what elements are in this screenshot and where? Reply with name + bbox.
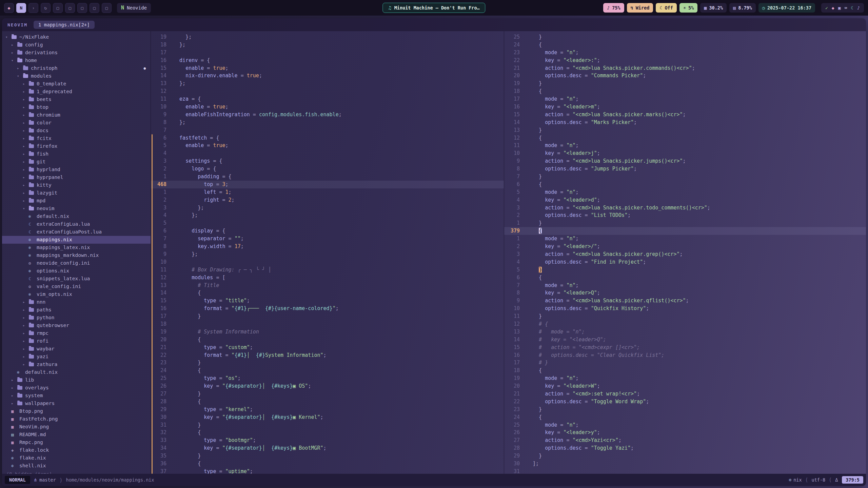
editor-line[interactable]: 27 action = "<cmd>Yazi<cr>";: [504, 436, 866, 444]
editor-line[interactable]: 18 {: [504, 367, 866, 374]
editor-line[interactable]: 2 logo = {: [151, 165, 504, 173]
editor-line[interactable]: 2 right = 2;: [151, 196, 504, 204]
editor-pane-left[interactable]: 19 };18 };17 16 direnv = {15 enable = tr…: [151, 31, 504, 474]
tree-item[interactable]: ▸git: [2, 158, 151, 166]
tree-item[interactable]: ▸config: [2, 41, 151, 49]
music-player-chip[interactable]: ♫ Minuit Machine – Don't Run Fro…: [382, 3, 485, 13]
tree-item[interactable]: ▾home: [2, 57, 151, 64]
editor-line[interactable]: 26 key = "{#separator}│ {#keys}▣ OS";: [151, 382, 504, 390]
editor-line[interactable]: 21 action = "<cmd>:set wrap!<cr>";: [504, 390, 866, 398]
editor-line[interactable]: 16 direnv = {: [151, 57, 504, 64]
notifications-module[interactable]: ☾Off: [656, 3, 677, 13]
editor-line[interactable]: 36 {: [151, 460, 504, 468]
editor-line[interactable]: 12 modules = [: [151, 274, 504, 282]
tree-item[interactable]: ▸beets: [2, 96, 151, 103]
editor-line[interactable]: 19 # System Information: [151, 328, 504, 336]
editor-line[interactable]: 23 mode = "n";: [504, 49, 866, 57]
editor-line[interactable]: 22 key = "<leader>:";: [504, 57, 866, 64]
tree-item[interactable]: ▸chromium: [2, 111, 151, 119]
tree-item[interactable]: FastFetch.png: [2, 415, 151, 423]
tree-item[interactable]: ▾~/NixFlake: [2, 33, 151, 41]
editor-line[interactable]: 23 }: [504, 406, 866, 413]
tree-item[interactable]: ▸system: [2, 392, 151, 400]
editor-line[interactable]: 16 # options.desc = "Clear Quickfix List…: [504, 351, 866, 359]
editor-line[interactable]: 6 fastfetch = {: [151, 134, 504, 142]
tree-item[interactable]: extraConfigLua.lua: [2, 220, 151, 228]
tree-item[interactable]: flake.nix: [2, 454, 151, 462]
editor-line[interactable]: 16 format = "{#1}╭─── {#}{user-name-colo…: [151, 305, 504, 312]
editor-line[interactable]: 25 type = "os";: [151, 374, 504, 382]
editor-line[interactable]: 4 };: [151, 211, 504, 219]
editor-line[interactable]: 25 }: [504, 33, 866, 41]
editor-line[interactable]: 19 }: [504, 80, 866, 87]
tree-item[interactable]: shell.nix: [2, 462, 151, 470]
tree-item[interactable]: ▸hyprpanel: [2, 174, 151, 181]
workspace-7[interactable]: ▢: [77, 3, 87, 13]
editor-line[interactable]: 30 key = "{#separator}│ {#keys}▣ Kernel"…: [151, 413, 504, 421]
tree-item[interactable]: ▸paths: [2, 306, 151, 314]
editor-line[interactable]: 10: [151, 258, 504, 266]
editor-line[interactable]: 8 options.desc = "Jumps Picker";: [504, 165, 866, 173]
workspace-9[interactable]: ▢: [102, 3, 112, 13]
tree-item[interactable]: neovide_config.ini: [2, 259, 151, 267]
editor-line[interactable]: 10 options.desc = "Quickfix History";: [504, 305, 866, 312]
editor-line[interactable]: 35 }: [151, 452, 504, 460]
editor-line[interactable]: 12 # {: [504, 320, 866, 328]
editor-line[interactable]: 22 options.desc = "Toggle Word Wrap";: [504, 398, 866, 406]
network-module[interactable]: ↯Wired: [627, 3, 653, 13]
tree-item[interactable]: ▾modules: [2, 72, 151, 80]
editor-line[interactable]: 9 };: [151, 250, 504, 258]
editor-line[interactable]: 37 type = "uptime";: [151, 468, 504, 474]
editor-line[interactable]: 18 };: [151, 41, 504, 49]
editor-line[interactable]: 11 }: [504, 312, 866, 320]
tree-item[interactable]: snippets_latex.lua: [2, 275, 151, 283]
tree-item[interactable]: ▸nnn: [2, 298, 151, 306]
editor-line[interactable]: 8 key.width = 17;: [151, 243, 504, 250]
status-check-icon[interactable]: ✓: [825, 5, 828, 11]
tree-item[interactable]: flake.lock: [2, 446, 151, 454]
editor-line[interactable]: 28 options.desc = "Toggle Yazi";: [504, 444, 866, 452]
tree-item[interactable]: Btop.png: [2, 407, 151, 415]
editor-line[interactable]: 11 mode = "n";: [504, 142, 866, 149]
window-icon[interactable]: ▣: [838, 5, 841, 11]
tree-item[interactable]: ▸lib: [2, 376, 151, 384]
workspace-2-active[interactable]: N: [16, 3, 26, 13]
notification-bell-icon[interactable]: ♪: [857, 5, 860, 11]
editor-line[interactable]: 9 action = "<cmd>lua Snacks.picker.jumps…: [504, 157, 866, 165]
tree-item[interactable]: ▸docs: [2, 127, 151, 135]
editor-line[interactable]: 7 separator = "";: [151, 235, 504, 243]
editor-line[interactable]: 3 action = "<cmd>lua Snacks.picker.todo_…: [504, 204, 866, 212]
workspace-6[interactable]: ▢: [65, 3, 75, 13]
tree-item[interactable]: ▸wallpapers: [2, 400, 151, 407]
editor-line[interactable]: 4: [151, 149, 504, 157]
editor-line[interactable]: 19 };: [151, 33, 504, 41]
editor-line[interactable]: 17 mode = "n";: [504, 95, 866, 103]
tree-item[interactable]: ▾neovim: [2, 205, 151, 212]
editor-line[interactable]: 7: [151, 126, 504, 134]
neovide-window-chip[interactable]: N Neovide: [117, 3, 151, 13]
editor-line[interactable]: 30 ];: [504, 460, 866, 468]
tree-item[interactable]: ▸kitty: [2, 181, 151, 189]
editor-line[interactable]: 19 mode = "n";: [504, 374, 866, 382]
editor-line[interactable]: 10 enable = true;: [151, 103, 504, 111]
editor-line[interactable]: 9 enableFishIntegration = config.modules…: [151, 111, 504, 119]
editor-line[interactable]: 379 {: [504, 227, 866, 235]
editor-line[interactable]: 5 enable = true;: [151, 142, 504, 149]
editor-line[interactable]: 1 mode = "n";: [504, 235, 866, 243]
workspace-4[interactable]: ↻: [41, 3, 51, 13]
editor-line[interactable]: 13 }: [504, 126, 866, 134]
battery-module[interactable]: ☀5%: [679, 3, 697, 13]
tree-item[interactable]: ▸0_template: [2, 80, 151, 88]
editor-line[interactable]: 33 type = "bootmgr";: [151, 436, 504, 444]
workspace-3[interactable]: ›: [28, 3, 38, 13]
editor-line[interactable]: 4 key = "<leader>d";: [504, 196, 866, 204]
editor-line[interactable]: 21 action = "<cmd>lua Snacks.picker.comm…: [504, 64, 866, 72]
tree-item[interactable]: ▸zathura: [2, 361, 151, 368]
nightlight-icon[interactable]: ☾: [851, 5, 853, 11]
tree-item[interactable]: ▸mpd: [2, 197, 151, 205]
tree-item[interactable]: mappings_latex.nix: [2, 244, 151, 251]
editor-line[interactable]: 6 display = {: [151, 227, 504, 235]
editor-line[interactable]: 29 }: [504, 452, 866, 460]
editor-line[interactable]: 25 mode = "n";: [504, 421, 866, 429]
editor-line[interactable]: 9 action = "<cmd>lua Snacks.picker.qflis…: [504, 297, 866, 305]
